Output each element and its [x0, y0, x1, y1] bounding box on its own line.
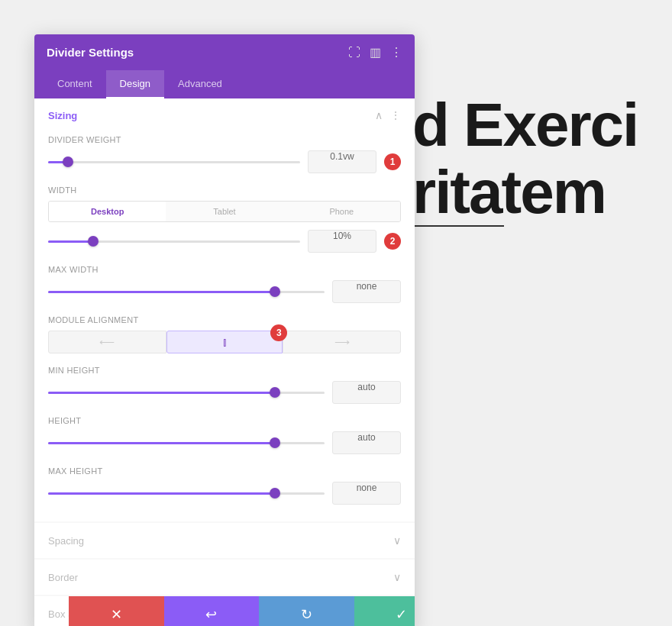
save-button[interactable]: ✓	[354, 596, 415, 626]
slider-thumb[interactable]	[88, 236, 99, 247]
slider-fill	[48, 291, 275, 293]
divider-weight-value[interactable]: 0.1vw	[308, 150, 376, 173]
sizing-section: Sizing ∧ ⋮ Divider Weight	[34, 98, 415, 521]
slider-track	[48, 240, 300, 243]
max-width-field: Max Width none	[48, 265, 401, 303]
slider-thumb[interactable]	[270, 488, 280, 499]
width-label: Width	[48, 186, 401, 195]
width-input-row: 10% 2	[48, 230, 401, 253]
device-tabs: Desktop Tablet Phone	[48, 201, 401, 222]
tab-bar: Content Design Advanced	[34, 70, 415, 98]
height-label: Height	[48, 416, 401, 425]
min-height-value[interactable]: auto	[332, 381, 401, 404]
section-more-icon[interactable]: ⋮	[390, 109, 401, 121]
width-field: Width Desktop Tablet Phone 10	[48, 186, 401, 253]
redo-button[interactable]: ↻	[259, 596, 354, 626]
sizing-section-header[interactable]: Sizing ∧ ⋮	[34, 98, 415, 132]
max-width-label: Max Width	[48, 265, 401, 274]
slider-fill	[48, 492, 275, 495]
border-title: Border	[48, 572, 78, 583]
collapse-icon[interactable]: ∧	[375, 109, 383, 121]
slider-track	[48, 161, 300, 163]
background-text: d Exerci ritatem	[412, 92, 638, 226]
slider-thumb[interactable]	[270, 286, 280, 297]
min-height-label: Min Height	[48, 366, 401, 375]
slider-thumb[interactable]	[270, 437, 280, 448]
panel-body: Sizing ∧ ⋮ Divider Weight	[34, 98, 415, 626]
divider-weight-label: Divider Weight	[48, 135, 401, 144]
max-width-value[interactable]: none	[332, 280, 401, 303]
panel-header: Divider Settings ⛶ ▥ ⋮	[34, 34, 415, 70]
max-height-slider[interactable]	[48, 492, 325, 495]
slider-fill	[48, 442, 275, 444]
divider-weight-field: Divider Weight 0.1vw 1	[48, 135, 401, 173]
slider-thumb[interactable]	[63, 156, 73, 167]
height-value[interactable]: auto	[332, 431, 401, 454]
cancel-button[interactable]: ✕	[69, 596, 164, 626]
panel-title: Divider Settings	[47, 46, 134, 59]
width-badge: 2	[384, 233, 401, 250]
fullscreen-icon[interactable]: ⛶	[348, 46, 360, 60]
alignment-row: ⟵ ⫿ 3 ⟶	[48, 331, 401, 353]
max-height-label: Max Height	[48, 466, 401, 476]
max-height-field: Max Height none	[48, 466, 401, 505]
min-height-slider[interactable]	[48, 392, 325, 394]
max-height-value[interactable]: none	[332, 482, 401, 505]
more-icon[interactable]: ⋮	[390, 45, 402, 60]
slider-track	[48, 392, 325, 394]
spacing-title: Spacing	[48, 535, 84, 547]
min-height-field: Min Height auto	[48, 366, 401, 404]
spacing-section[interactable]: Spacing ∨	[34, 523, 415, 558]
max-width-slider[interactable]	[48, 291, 325, 293]
panel-header-icons: ⛶ ▥ ⋮	[348, 45, 402, 60]
min-height-input-row: auto	[48, 381, 401, 404]
align-right-btn[interactable]: ⟶	[283, 331, 401, 353]
height-slider[interactable]	[48, 442, 325, 444]
border-chevron: ∨	[393, 571, 401, 583]
tab-content[interactable]: Content	[44, 70, 106, 98]
spacing-chevron: ∨	[393, 534, 401, 547]
device-tab-desktop[interactable]: Desktop	[49, 202, 166, 221]
columns-icon[interactable]: ▥	[370, 45, 381, 60]
sizing-section-title: Sizing	[48, 110, 77, 121]
divider-weight-input-row: 0.1vw 1	[48, 150, 401, 173]
slider-track	[48, 492, 325, 495]
slider-fill	[48, 240, 93, 243]
align-left-btn[interactable]: ⟵	[48, 331, 166, 353]
width-value[interactable]: 10%	[308, 230, 376, 253]
background-divider	[412, 225, 504, 227]
device-tab-tablet[interactable]: Tablet	[166, 202, 283, 221]
divider-settings-panel: Divider Settings ⛶ ▥ ⋮ Content Design Ad…	[34, 34, 415, 626]
device-tab-phone[interactable]: Phone	[283, 202, 400, 221]
bottom-toolbar: ✕ ↩ ↻ ✓	[69, 596, 415, 626]
height-input-row: auto	[48, 431, 401, 454]
sizing-section-body: Divider Weight 0.1vw 1 Wid	[34, 132, 415, 521]
slider-fill	[48, 392, 275, 394]
border-section[interactable]: Border ∨	[34, 560, 415, 595]
align-center-btn[interactable]: ⫿	[166, 331, 283, 353]
width-slider[interactable]	[48, 240, 300, 243]
sizing-section-icons: ∧ ⋮	[375, 109, 401, 121]
divider-weight-slider[interactable]	[48, 161, 300, 163]
reset-button[interactable]: ↩	[164, 596, 260, 626]
max-width-input-row: none	[48, 280, 401, 303]
module-alignment-label: Module Alignment	[48, 315, 401, 324]
max-height-input-row: none	[48, 482, 401, 505]
height-field: Height auto	[48, 416, 401, 454]
tab-advanced[interactable]: Advanced	[164, 70, 236, 98]
divider-weight-badge: 1	[384, 153, 401, 170]
slider-thumb[interactable]	[270, 387, 280, 398]
slider-track	[48, 291, 325, 293]
slider-track	[48, 442, 325, 444]
tab-design[interactable]: Design	[106, 70, 164, 98]
module-alignment-field: Module Alignment ⟵ ⫿ 3 ⟶	[48, 315, 401, 353]
